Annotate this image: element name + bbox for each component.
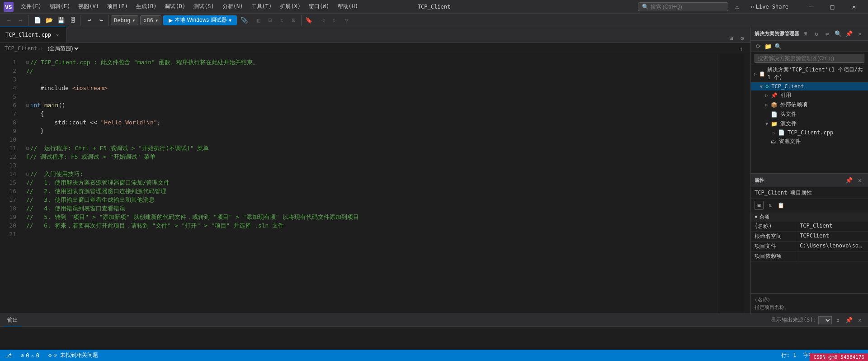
line-num-4: 4 xyxy=(0,84,18,92)
prop-sort-btn[interactable]: ⇅ xyxy=(765,201,774,210)
tree-cpp-file[interactable]: ▷ 📄 TCP_Client.cpp xyxy=(751,128,868,137)
menu-debug[interactable]: 调试(D) xyxy=(161,1,189,12)
new-file-button[interactable]: 📄 xyxy=(32,15,43,26)
toolbar-btn-4[interactable]: ⊠ xyxy=(288,15,299,26)
back-button[interactable]: ← xyxy=(4,15,14,26)
prop-key-name: (名称) xyxy=(751,222,796,231)
collapse-1[interactable]: ⊟ xyxy=(26,58,29,66)
output-close-btn[interactable]: ✕ xyxy=(855,316,864,325)
next-bookmark-btn[interactable]: ▷ xyxy=(330,15,340,26)
debug-config-arrow: ▾ xyxy=(132,17,135,24)
status-line[interactable]: 行: 1 xyxy=(779,352,798,359)
tree-external-deps[interactable]: ▷ 📦 外部依赖项 xyxy=(751,100,868,109)
output-source-select[interactable] xyxy=(818,316,832,324)
tree-resources[interactable]: ▷ 🗂 资源文件 xyxy=(751,137,868,146)
tree-sources[interactable]: ▼ 📁 源文件 xyxy=(751,119,868,128)
output-pin2-btn[interactable]: 📌 xyxy=(844,316,854,325)
maximize-button[interactable]: □ xyxy=(822,0,843,14)
editor-tab-tcp-client[interactable]: TCP_Client.cpp ✕ xyxy=(0,27,67,43)
bookmark-button[interactable]: 🔖 xyxy=(303,15,314,26)
bookmark-list-btn[interactable]: ▽ xyxy=(341,15,352,26)
se-search-btn[interactable]: 🔍 xyxy=(834,29,843,38)
se-refresh-btn[interactable]: ↻ xyxy=(812,29,821,38)
search-input[interactable] xyxy=(651,4,718,10)
output-tab[interactable]: 输出 xyxy=(4,314,22,326)
menu-view[interactable]: 视图(V) xyxy=(75,1,103,12)
expand-extdeps[interactable]: ▷ xyxy=(764,102,770,107)
prop-view-btn[interactable]: ⊞ xyxy=(755,201,764,210)
breadcrumb-scope-select[interactable]: (全局范围) xyxy=(46,45,80,52)
editor-config-btn[interactable]: ⊞ xyxy=(727,33,736,43)
expand-solution[interactable]: ▷ xyxy=(753,71,758,76)
menu-file[interactable]: 文件(F) xyxy=(17,1,45,12)
undo-button[interactable]: ↩ xyxy=(84,15,95,26)
expand-refs[interactable]: ▷ xyxy=(764,93,770,98)
prop-section-expand[interactable]: ▼ xyxy=(755,214,758,220)
status-errors[interactable]: ⊘ 0 ⚠ 0 xyxy=(19,352,41,359)
open-button[interactable]: 📂 xyxy=(44,15,55,26)
line-num-9: 9 xyxy=(0,127,18,135)
close-button[interactable]: ✕ xyxy=(844,0,864,14)
menu-project[interactable]: 项目(P) xyxy=(104,1,132,12)
se-toolbar-1[interactable]: ⟳ xyxy=(754,42,763,51)
se-search-input[interactable] xyxy=(755,54,864,63)
prev-bookmark-btn[interactable]: ◁ xyxy=(318,15,329,26)
breadcrumb-sep: › xyxy=(40,45,43,52)
status-branch[interactable]: ⎇ xyxy=(4,352,14,359)
tree-project[interactable]: ▼ ⚙ TCP_Client xyxy=(751,82,868,90)
code-content[interactable]: ⊟// TCP_Client.cpp : 此文件包含 "main" 函数。程序执… xyxy=(23,54,717,314)
prop-pages-btn[interactable]: 📋 xyxy=(776,201,785,210)
se-toolbar-3[interactable]: 🔍 xyxy=(774,42,783,51)
vertical-scrollbar[interactable] xyxy=(744,54,750,314)
menu-help[interactable]: 帮助(H) xyxy=(334,1,362,12)
menu-build[interactable]: 生成(B) xyxy=(132,1,160,12)
breadcrumb-pin-btn[interactable]: ↕ xyxy=(737,44,746,53)
minimize-button[interactable]: ─ xyxy=(800,0,821,14)
line-num-18: 18 xyxy=(0,204,18,213)
tab-close-btn[interactable]: ✕ xyxy=(54,31,61,38)
se-close-btn[interactable]: ✕ xyxy=(855,29,864,38)
run-debugger-button[interactable]: ▶ 本地 Windows 调试器 ▾ xyxy=(163,15,236,25)
output-pin-btn[interactable]: ↕ xyxy=(834,316,843,325)
prop-pin-btn[interactable]: 📌 xyxy=(844,176,854,185)
tree-references[interactable]: ▷ 📌 引用 xyxy=(751,90,868,100)
tree-headers[interactable]: ▷ 📄 头文件 xyxy=(751,109,868,119)
breadcrumb-file[interactable]: TCP_Client xyxy=(5,45,37,52)
se-filter-btn[interactable]: ⊞ xyxy=(801,29,810,38)
tree-solution[interactable]: ▷ 📋 解决方案'TCP_Client'(1 个项目/共 1 个) xyxy=(751,65,868,82)
menu-window[interactable]: 窗口(W) xyxy=(305,1,333,12)
save-all-button[interactable]: 🗄 xyxy=(67,15,78,26)
expand-project[interactable]: ▼ xyxy=(758,84,764,89)
se-sync-btn[interactable]: ⇄ xyxy=(823,29,832,38)
se-toolbar-2[interactable]: 📁 xyxy=(764,42,773,51)
output-toolbar: 显示输出来源(S): ↕ 📌 ✕ xyxy=(771,316,864,325)
toolbar-btn-3[interactable]: ↕ xyxy=(277,15,288,26)
menu-edit[interactable]: 编辑(E) xyxy=(46,1,74,12)
collapse-14[interactable]: ⊟ xyxy=(26,170,29,178)
collapse-6[interactable]: ⊟ xyxy=(26,101,29,109)
forward-button[interactable]: → xyxy=(15,15,26,26)
menu-extensions[interactable]: 扩展(X) xyxy=(276,1,304,12)
expand-sources[interactable]: ▼ xyxy=(764,121,770,126)
attach-button[interactable]: 📎 xyxy=(239,15,250,26)
global-search[interactable]: 🔍 xyxy=(638,2,728,11)
se-pin-btn[interactable]: 📌 xyxy=(844,29,854,38)
collapse-11[interactable]: ⊟ xyxy=(26,144,29,152)
menu-tools[interactable]: 工具(T) xyxy=(248,1,276,12)
toolbar-btn-1[interactable]: ◧ xyxy=(253,15,264,26)
properties-title: 属性 xyxy=(755,177,843,184)
redo-button[interactable]: ↪ xyxy=(96,15,107,26)
platform-dropdown[interactable]: x86 ▾ xyxy=(140,15,161,25)
status-problems[interactable]: ⊙ ⊙ 未找到相关问题 xyxy=(47,352,100,359)
warning-icon[interactable]: ⚠ xyxy=(732,1,743,12)
prop-close-btn[interactable]: ✕ xyxy=(855,176,864,185)
expand-cpp[interactable]: ▷ xyxy=(771,130,777,135)
editor-options-btn[interactable]: ⚙ xyxy=(738,33,747,43)
menu-analyze[interactable]: 分析(N) xyxy=(219,1,247,12)
live-share-button[interactable]: ↔ Live Share xyxy=(746,2,793,11)
toolbar-btn-2[interactable]: ⊡ xyxy=(265,15,276,26)
save-button[interactable]: 💾 xyxy=(56,15,66,26)
debug-config-dropdown[interactable]: Debug ▾ xyxy=(111,15,138,25)
menu-test[interactable]: 测试(S) xyxy=(190,1,218,12)
code-editor[interactable]: 123456789101112131415161718192021 ⊟// TC… xyxy=(0,54,750,314)
